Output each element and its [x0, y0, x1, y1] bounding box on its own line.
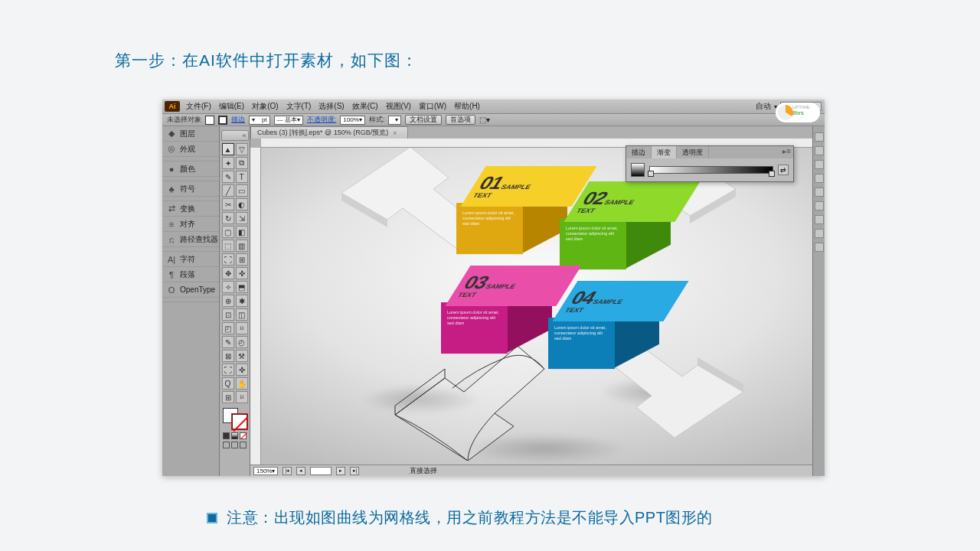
svg-marker-6: [395, 346, 544, 461]
doc-setup-button[interactable]: 文档设置: [405, 115, 442, 125]
fill-stroke-swatches[interactable]: [223, 408, 247, 429]
tool-button[interactable]: ◐: [236, 198, 248, 210]
menu-item[interactable]: 窗口(W): [417, 101, 448, 112]
panel-item[interactable]: OOpenType: [162, 282, 219, 298]
tool-button[interactable]: ⊠: [222, 350, 234, 362]
panel-item[interactable]: ⇄变换: [162, 201, 219, 217]
stroke-link[interactable]: 描边: [231, 115, 245, 125]
tool-button[interactable]: ⬒: [236, 281, 248, 293]
opacity-link[interactable]: 不透明度:: [307, 115, 337, 125]
stroke-weight-field[interactable]: ▾ pt: [249, 116, 270, 125]
tool-button[interactable]: ╱: [222, 184, 234, 197]
tool-button[interactable]: ◫: [236, 308, 248, 321]
tool-button[interactable]: ⌗: [236, 391, 248, 403]
menu-item[interactable]: 视图(V): [384, 101, 413, 112]
panel-item[interactable]: ≡对齐: [162, 217, 219, 232]
align-icon[interactable]: ⬚▾: [479, 116, 490, 124]
tool-button[interactable]: ⛶: [222, 364, 234, 376]
tool-button[interactable]: ✱: [236, 295, 248, 307]
dock-icon[interactable]: [815, 201, 824, 210]
tool-button[interactable]: T: [236, 171, 248, 183]
menu-item[interactable]: 文件(F): [185, 101, 213, 112]
artboard-num-field[interactable]: [310, 467, 332, 475]
tool-button[interactable]: ✥: [222, 267, 234, 279]
tool-button[interactable]: ⊡: [222, 308, 234, 321]
tool-button[interactable]: ▥: [236, 240, 248, 252]
screen-mode-icons[interactable]: [223, 442, 247, 448]
toolbox-tab[interactable]: «: [221, 130, 249, 141]
artboard-next-icon[interactable]: ▸: [336, 467, 345, 475]
gradient-slider[interactable]: [649, 166, 773, 174]
dock-icon[interactable]: [815, 132, 824, 142]
dock-icon[interactable]: [815, 187, 824, 197]
tool-button[interactable]: ▢: [222, 226, 234, 238]
zoom-field[interactable]: 150% ▾: [253, 467, 278, 475]
tab-close-icon[interactable]: ×: [393, 129, 397, 137]
tool-button[interactable]: ▽: [236, 143, 248, 155]
menu-item[interactable]: 选择(S): [317, 101, 345, 112]
stroke-swatch-icon[interactable]: [218, 116, 227, 125]
panel-item[interactable]: ◎外观: [162, 142, 219, 157]
tool-button[interactable]: ⇲: [236, 212, 248, 224]
dock-icon[interactable]: [815, 160, 824, 169]
brush-field[interactable]: — 基本 ▾: [274, 116, 303, 125]
tool-button[interactable]: ✎: [222, 336, 234, 348]
panel-item[interactable]: ¶段落: [162, 267, 219, 282]
artboard-prev-icon[interactable]: ◂: [296, 467, 305, 475]
gradient-preview-icon[interactable]: [631, 163, 645, 177]
tool-button[interactable]: ✎: [222, 171, 234, 183]
prefs-button[interactable]: 首选项: [446, 115, 475, 125]
tool-button[interactable]: ✧: [222, 281, 234, 293]
tool-button[interactable]: Q: [222, 377, 234, 390]
panel-tab[interactable]: 描边: [626, 146, 652, 158]
panel-item[interactable]: ♣符号: [162, 181, 219, 197]
dock-icon[interactable]: [815, 146, 824, 155]
reverse-gradient-icon[interactable]: ⇄: [778, 165, 789, 175]
tool-button[interactable]: ◰: [222, 322, 234, 334]
tool-button[interactable]: ⚒: [236, 350, 248, 362]
artboard-first-icon[interactable]: |◂: [283, 467, 292, 475]
panel-menu-icon[interactable]: ▸≡: [782, 147, 791, 155]
tool-button[interactable]: ✂: [222, 198, 234, 210]
tool-button[interactable]: ▭: [236, 184, 248, 197]
menu-item[interactable]: 编辑(E): [217, 101, 246, 112]
tool-button[interactable]: ⌗: [236, 322, 248, 334]
tool-button[interactable]: ✋: [236, 377, 248, 390]
menu-item[interactable]: 效果(C): [351, 101, 380, 112]
tool-button[interactable]: ⊕: [222, 295, 234, 307]
panel-item[interactable]: ⎌路径查找器: [162, 232, 219, 247]
document-tab[interactable]: Cubes (3) [转换].eps* @ 150% (RGB/预览)×: [250, 126, 408, 139]
gradient-panel[interactable]: ▸≡ 描边渐变透明度 ⇄: [626, 145, 794, 182]
tool-button[interactable]: ◴: [236, 336, 248, 348]
tool-button[interactable]: ⧉: [236, 157, 248, 169]
tool-button[interactable]: ▲: [222, 143, 234, 155]
tool-button[interactable]: ↻: [222, 212, 234, 224]
artboard[interactable]: 01 SAMPLETEXTLorem ipsum dolor sit amet,…: [261, 148, 812, 465]
style-field[interactable]: ▾: [388, 116, 400, 125]
dock-icon[interactable]: [815, 174, 824, 183]
tool-button[interactable]: ⊞: [222, 391, 234, 403]
menu-item[interactable]: 帮助(H): [452, 101, 482, 112]
panel-item[interactable]: ●颜色: [162, 161, 219, 177]
panel-icon: ◎: [167, 145, 176, 154]
panel-item[interactable]: A|字符: [162, 252, 219, 267]
dock-icon[interactable]: [815, 243, 824, 252]
menu-item[interactable]: 对象(O): [250, 101, 279, 112]
artboard-last-icon[interactable]: ▸|: [350, 467, 359, 475]
tool-button[interactable]: ✦: [222, 157, 234, 169]
tool-button[interactable]: ⊞: [236, 253, 248, 266]
dock-icon[interactable]: [815, 229, 824, 238]
fill-swatch-icon[interactable]: [205, 116, 214, 125]
color-mode-icons[interactable]: [223, 432, 247, 439]
dock-icon[interactable]: [815, 215, 824, 224]
menu-item[interactable]: 文字(T): [285, 101, 313, 112]
tool-button[interactable]: ✜: [236, 267, 248, 279]
tool-button[interactable]: ◧: [236, 226, 248, 238]
tool-button[interactable]: ⬚: [222, 240, 234, 252]
panel-tab[interactable]: 渐变: [652, 146, 677, 158]
tool-button[interactable]: ✜: [236, 364, 248, 376]
panel-tab[interactable]: 透明度: [677, 146, 709, 158]
opacity-field[interactable]: 100% ▾: [340, 116, 364, 125]
tool-button[interactable]: ⛶: [222, 253, 234, 266]
panel-item[interactable]: ◆图层: [162, 126, 219, 142]
